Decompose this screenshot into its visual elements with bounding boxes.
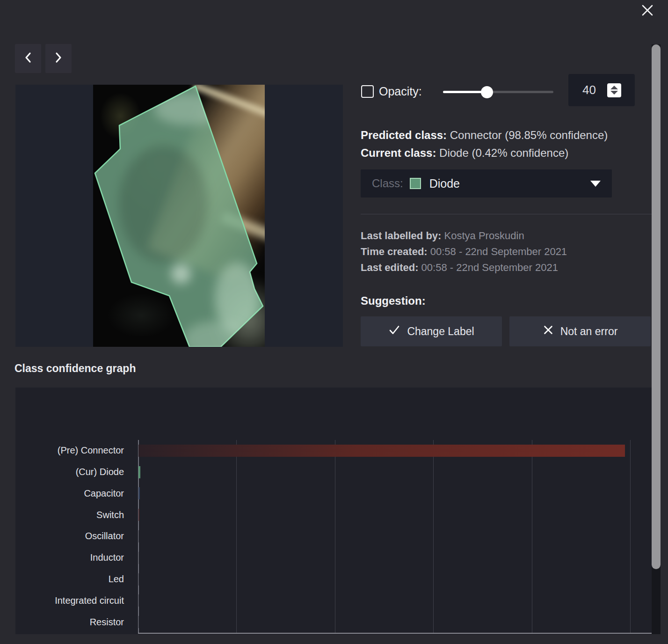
number-stepper[interactable] (607, 83, 621, 97)
section-divider (361, 214, 653, 214)
change-label-button[interactable]: Change Label (361, 316, 502, 346)
prev-image-button[interactable] (15, 44, 41, 73)
category-label: Capacitor (15, 483, 124, 505)
predicted-class-label: Predicted class: (361, 129, 447, 141)
category-label: Integrated circuit (15, 590, 124, 611)
chevron-right-icon (53, 51, 64, 66)
time-created-value: 00:58 - 22nd September 2021 (430, 246, 567, 257)
confidence-chart: (Pre) Connector(Cur) DiodeCapacitorSwitc… (15, 388, 653, 634)
close-icon (640, 3, 654, 19)
caret-down-icon (590, 181, 601, 187)
category-label: Oscillator (15, 526, 124, 547)
x-gridline (433, 440, 434, 633)
next-image-button[interactable] (45, 44, 72, 73)
time-created-line: Time created: 00:58 - 22nd September 202… (361, 244, 567, 260)
confidence-bar (138, 445, 625, 457)
class-color-swatch (410, 178, 421, 189)
category-label: Switch (15, 504, 124, 526)
current-class-label: Current class: (361, 146, 436, 159)
opacity-slider-fill (443, 91, 487, 93)
confidence-bar (138, 530, 139, 542)
opacity-slider-handle[interactable] (481, 86, 493, 98)
close-button[interactable] (639, 3, 656, 20)
scrollbar-thumb[interactable] (652, 44, 661, 569)
opacity-label: Opacity: (379, 85, 422, 98)
last-edited-value: 00:58 - 22nd September 2021 (421, 262, 558, 273)
step-down-icon[interactable] (610, 91, 618, 95)
confidence-bar (138, 509, 139, 521)
x-gridline (630, 440, 631, 633)
opacity-value: 40 (568, 83, 607, 97)
time-created-label: Time created: (361, 246, 428, 257)
opacity-number-input[interactable]: 40 (568, 74, 635, 106)
x-gridline (236, 440, 237, 633)
category-label: Led (15, 569, 124, 590)
suggestion-label: Suggestion: (361, 294, 426, 307)
predicted-class-line: Predicted class: Connector (98.85% confi… (361, 126, 608, 144)
image-viewer-panel (15, 85, 343, 347)
annotated-photo[interactable] (93, 85, 265, 347)
labelled-by-line: Last labelled by: Kostya Proskudin (361, 228, 567, 244)
confidence-bar (138, 552, 139, 564)
confidence-bar (138, 466, 140, 478)
category-label: Resistor (15, 611, 124, 633)
x-gridline (532, 440, 532, 633)
labelled-by-value: Kostya Proskudin (444, 230, 524, 242)
category-label: Inductor (15, 547, 124, 569)
predicted-class-value: Connector (98.85% confidence) (450, 129, 608, 141)
current-class-line: Current class: Diode (0.42% confidence) (361, 144, 608, 162)
step-up-icon[interactable] (610, 86, 618, 89)
confidence-bar (138, 573, 139, 585)
current-class-value: Diode (0.42% confidence) (439, 146, 568, 159)
not-an-error-button[interactable]: Not an error (509, 316, 651, 346)
opacity-checkbox[interactable] (361, 85, 374, 98)
chart-title: Class confidence graph (15, 362, 136, 375)
confidence-bar (138, 487, 140, 499)
chevron-left-icon (22, 51, 34, 66)
class-dropdown[interactable]: Class: Diode (361, 169, 612, 198)
last-edited-label: Last edited: (361, 262, 418, 273)
last-edited-line: Last edited: 00:58 - 22nd September 2021 (361, 260, 567, 276)
cross-icon (543, 324, 554, 338)
class-dropdown-label: Class: (372, 177, 403, 190)
x-gridline (335, 440, 335, 633)
class-dropdown-value: Diode (429, 177, 590, 190)
annotation-polygon[interactable] (93, 85, 265, 347)
change-label-text: Change Label (407, 325, 474, 338)
x-axis-line (138, 633, 652, 634)
check-icon (388, 324, 400, 339)
prediction-summary: Predicted class: Connector (98.85% confi… (361, 126, 608, 162)
not-an-error-text: Not an error (560, 325, 618, 338)
labelled-by-label: Last labelled by: (361, 230, 441, 242)
category-label: (Pre) Connector (15, 440, 124, 461)
label-metadata: Last labelled by: Kostya Proskudin Time … (361, 228, 567, 276)
category-label: (Cur) Diode (15, 461, 124, 483)
